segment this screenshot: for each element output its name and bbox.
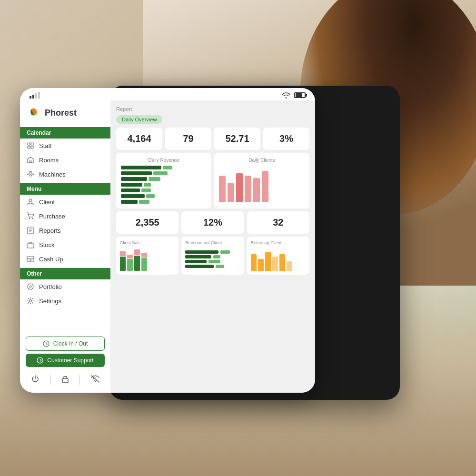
svg-rect-24 bbox=[62, 378, 68, 383]
tablet-device: Phorest Calendar Staff Rooms bbox=[20, 88, 315, 393]
svg-rect-4 bbox=[31, 146, 33, 149]
vbar-group-5 bbox=[262, 171, 268, 202]
sidebar-item-reports[interactable]: Reports bbox=[20, 223, 110, 238]
rpc-row-0 bbox=[185, 250, 240, 254]
hbar-dark bbox=[121, 177, 147, 181]
vbar-pink bbox=[262, 171, 268, 202]
bottom-stat-value-1: 12% bbox=[203, 217, 222, 228]
stats-row: 4,164 79 52.71 3% bbox=[116, 128, 309, 150]
stat-value-2: 52.71 bbox=[225, 133, 249, 144]
customer-support-button[interactable]: Customer Support bbox=[26, 354, 105, 367]
purchase-label: Purchase bbox=[39, 213, 65, 220]
power-icon[interactable] bbox=[31, 375, 40, 385]
s-bar-top bbox=[127, 255, 133, 258]
svg-point-9 bbox=[32, 218, 33, 219]
cs-group-0 bbox=[120, 251, 126, 271]
daily-clients-title: Daily Clients bbox=[219, 158, 305, 163]
s-bar-bottom bbox=[120, 257, 126, 271]
status-bar bbox=[20, 88, 315, 100]
sidebar-item-staff[interactable]: Staff bbox=[20, 139, 110, 153]
vbar-pink bbox=[219, 176, 226, 202]
sidebar-item-cashup[interactable]: Cash Up bbox=[20, 252, 110, 266]
battery-icon bbox=[294, 92, 306, 98]
bottom-stats-row: 2,355 12% 32 bbox=[116, 211, 309, 234]
footer-divider-2 bbox=[79, 375, 80, 385]
hbar-row-1 bbox=[121, 171, 207, 175]
s-bar-bottom bbox=[141, 258, 147, 271]
s-bar-bottom bbox=[134, 256, 140, 271]
stat-card-1: 79 bbox=[165, 128, 211, 150]
hbar-row-0 bbox=[121, 166, 207, 169]
sidebar-item-client[interactable]: Client bbox=[20, 195, 110, 209]
client-sale-bars bbox=[120, 247, 175, 271]
client-icon bbox=[27, 198, 34, 206]
rpc-title: Revenue per Client bbox=[185, 240, 240, 245]
vbar-group-2 bbox=[236, 173, 243, 202]
rc-bar-5 bbox=[287, 261, 292, 271]
rc-title: Returning Client bbox=[251, 240, 306, 245]
cs-group-1 bbox=[127, 255, 133, 271]
svg-point-18 bbox=[28, 284, 33, 289]
bottom-stat-card-2: 32 bbox=[247, 211, 309, 234]
clock-in-out-button[interactable]: Clock In / Out bbox=[26, 337, 105, 351]
rooms-icon bbox=[27, 156, 34, 164]
stat-value-0: 4,164 bbox=[127, 133, 151, 144]
svg-rect-1 bbox=[28, 143, 30, 145]
svg-point-17 bbox=[30, 259, 31, 261]
client-sale-title: Client Sale bbox=[120, 240, 175, 245]
purchase-icon bbox=[27, 212, 34, 220]
sidebar-item-purchase[interactable]: Purchase bbox=[20, 209, 110, 223]
vbar-group-3 bbox=[245, 176, 251, 202]
hbar-dark bbox=[121, 166, 161, 169]
rc-bar-1 bbox=[258, 259, 264, 271]
vbar-pink bbox=[253, 178, 260, 202]
clock-icon bbox=[43, 340, 50, 347]
sidebar-item-portfolio[interactable]: Portfolio bbox=[20, 279, 110, 294]
hbar-chart bbox=[121, 166, 207, 204]
sidebar-menu-header: Menu bbox=[20, 183, 110, 195]
vbar-pink-dark bbox=[236, 173, 243, 202]
portfolio-label: Portfolio bbox=[39, 283, 62, 290]
vbar-pink bbox=[228, 183, 234, 202]
s-bar-top bbox=[141, 253, 147, 257]
stock-label: Stock bbox=[39, 241, 55, 248]
rpc-bar-dark bbox=[185, 260, 207, 263]
daily-revenue-title: Daily Revenue bbox=[121, 158, 207, 163]
lock-icon[interactable] bbox=[61, 375, 69, 385]
rc-bars bbox=[251, 247, 306, 271]
stat-value-1: 79 bbox=[183, 133, 193, 144]
sidebar-item-settings[interactable]: Settings bbox=[20, 294, 110, 308]
daily-revenue-chart: Daily Revenue bbox=[116, 153, 211, 208]
rc-bar-3 bbox=[272, 257, 278, 271]
rpc-bars bbox=[185, 247, 240, 271]
sidebar-item-stock[interactable]: Stock bbox=[20, 238, 110, 252]
cs-group-2 bbox=[134, 249, 140, 271]
reports-label: Reports bbox=[39, 227, 61, 234]
rpc-row-3 bbox=[185, 265, 240, 268]
hbar-row-4 bbox=[121, 188, 207, 192]
svg-rect-3 bbox=[28, 146, 30, 149]
settings-label: Settings bbox=[39, 298, 61, 305]
reports-icon bbox=[27, 227, 34, 234]
svg-rect-2 bbox=[31, 143, 33, 145]
sidebar-item-rooms[interactable]: Rooms bbox=[20, 153, 110, 167]
s-bar-top bbox=[134, 249, 140, 255]
machines-icon bbox=[27, 170, 34, 178]
status-icons bbox=[282, 92, 306, 99]
cashup-label: Cash Up bbox=[39, 256, 63, 263]
s-bar-top bbox=[120, 251, 126, 256]
hbar-row-6 bbox=[121, 200, 207, 204]
rpc-bar-dark bbox=[185, 265, 214, 268]
settings-icon bbox=[27, 297, 34, 305]
support-icon bbox=[37, 357, 43, 364]
bottom-stat-value-2: 32 bbox=[273, 217, 283, 228]
hbar-row-5 bbox=[121, 194, 207, 198]
rpc-row-1 bbox=[185, 255, 240, 258]
wifi-off-icon[interactable] bbox=[91, 375, 99, 385]
main-content: Report Daily Overview 4,164 79 52.71 3% bbox=[110, 100, 315, 393]
sidebar-item-machines[interactable]: Machines bbox=[20, 167, 110, 181]
svg-point-23 bbox=[40, 362, 40, 363]
vbar-group-4 bbox=[253, 178, 260, 202]
cs-group-3 bbox=[141, 253, 147, 271]
clock-btn-label: Clock In / Out bbox=[53, 340, 88, 347]
